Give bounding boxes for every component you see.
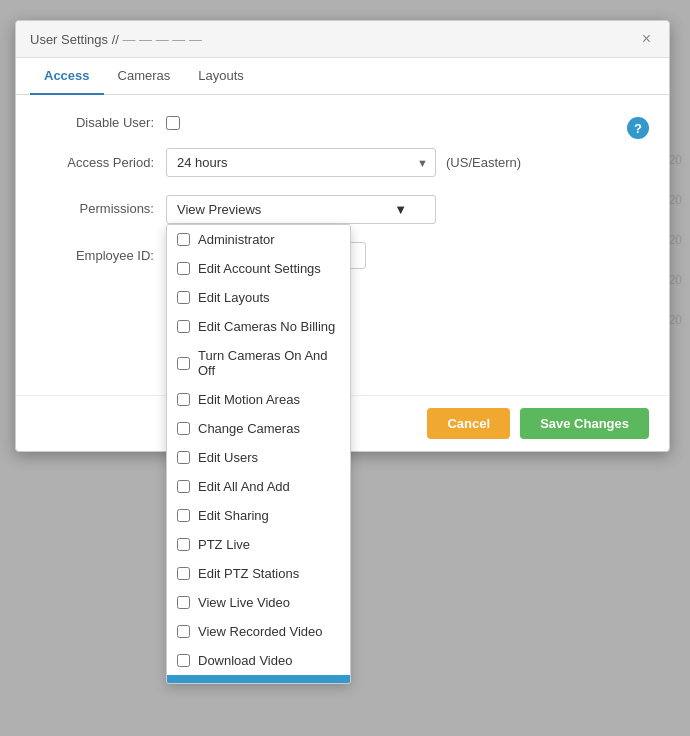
perm-edit-layouts-checkbox[interactable] xyxy=(177,291,190,304)
dialog-username: — — — — — xyxy=(123,32,202,47)
perm-edit-sharing[interactable]: Edit Sharing xyxy=(167,501,350,530)
perm-edit-account-settings[interactable]: Edit Account Settings xyxy=(167,254,350,283)
disable-user-row: Disable User: xyxy=(36,115,649,130)
perm-view-live-video[interactable]: View Live Video xyxy=(167,588,350,617)
access-period-label: Access Period: xyxy=(36,155,166,170)
access-period-row: Access Period: 24 hours 12 hours 8 hours… xyxy=(36,148,649,177)
perm-change-cameras[interactable]: Change Cameras xyxy=(167,414,350,443)
perm-edit-users-checkbox[interactable] xyxy=(177,451,190,464)
dialog-title: User Settings // — — — — — xyxy=(30,32,202,47)
disable-user-checkbox[interactable] xyxy=(166,116,180,130)
perm-edit-motion-areas[interactable]: Edit Motion Areas xyxy=(167,385,350,414)
tab-access[interactable]: Access xyxy=(30,58,104,95)
save-button[interactable]: Save Changes xyxy=(520,408,649,439)
perm-edit-all-and-add-checkbox[interactable] xyxy=(177,480,190,493)
permissions-dropdown: Administrator Edit Account Settings Edit… xyxy=(166,224,351,684)
access-period-select[interactable]: 24 hours 12 hours 8 hours 4 hours 2 hour… xyxy=(166,148,436,177)
perm-edit-account-settings-checkbox[interactable] xyxy=(177,262,190,275)
perm-view-previews[interactable]: View Previews xyxy=(167,675,350,684)
side-numbers: 20 20 20 20 20 xyxy=(669,140,682,340)
perm-view-recorded-video[interactable]: View Recorded Video xyxy=(167,617,350,646)
perm-download-video[interactable]: Download Video xyxy=(167,646,350,675)
disable-user-label: Disable User: xyxy=(36,115,166,130)
perm-view-recorded-video-checkbox[interactable] xyxy=(177,625,190,638)
permissions-select-display[interactable]: View Previews ▼ xyxy=(166,195,436,224)
perm-administrator-checkbox[interactable] xyxy=(177,233,190,246)
permissions-wrapper: View Previews ▼ Administrator Edit Accou… xyxy=(166,195,436,224)
cancel-button[interactable]: Cancel xyxy=(427,408,510,439)
perm-ptz-live[interactable]: PTZ Live xyxy=(167,530,350,559)
employee-id-label: Employee ID: xyxy=(36,248,166,263)
tab-content: ? Disable User: Access Period: 24 hours … xyxy=(16,95,669,395)
permissions-arrow-icon: ▼ xyxy=(394,202,407,217)
dialog-title-text: User Settings // xyxy=(30,32,119,47)
perm-edit-ptz-stations-checkbox[interactable] xyxy=(177,567,190,580)
tab-cameras[interactable]: Cameras xyxy=(104,58,185,95)
perm-download-video-checkbox[interactable] xyxy=(177,654,190,667)
dialog-header: User Settings // — — — — — × xyxy=(16,21,669,58)
perm-view-previews-checkbox[interactable] xyxy=(177,683,190,684)
permissions-value-text: View Previews xyxy=(177,202,261,217)
perm-edit-ptz-stations[interactable]: Edit PTZ Stations xyxy=(167,559,350,588)
tab-bar: Access Cameras Layouts xyxy=(16,58,669,95)
dialog: User Settings // — — — — — × Access Came… xyxy=(15,20,670,452)
help-icon[interactable]: ? xyxy=(627,117,649,139)
perm-change-cameras-checkbox[interactable] xyxy=(177,422,190,435)
access-period-select-wrapper: 24 hours 12 hours 8 hours 4 hours 2 hour… xyxy=(166,148,436,177)
perm-edit-sharing-checkbox[interactable] xyxy=(177,509,190,522)
perm-ptz-live-checkbox[interactable] xyxy=(177,538,190,551)
perm-edit-cameras-no-billing[interactable]: Edit Cameras No Billing xyxy=(167,312,350,341)
permissions-row: Permissions: View Previews ▼ Administrat… xyxy=(36,195,649,224)
perm-edit-all-and-add[interactable]: Edit All And Add xyxy=(167,472,350,501)
permissions-label: Permissions: xyxy=(36,195,166,216)
perm-edit-layouts[interactable]: Edit Layouts xyxy=(167,283,350,312)
perm-edit-cameras-no-billing-checkbox[interactable] xyxy=(177,320,190,333)
perm-view-live-video-checkbox[interactable] xyxy=(177,596,190,609)
perm-turn-cameras-on-off[interactable]: Turn Cameras On And Off xyxy=(167,341,350,385)
timezone-label: (US/Eastern) xyxy=(446,155,521,170)
perm-turn-cameras-on-off-checkbox[interactable] xyxy=(177,357,190,370)
perm-edit-users[interactable]: Edit Users xyxy=(167,443,350,472)
tab-layouts[interactable]: Layouts xyxy=(184,58,258,95)
perm-edit-motion-areas-checkbox[interactable] xyxy=(177,393,190,406)
close-button[interactable]: × xyxy=(638,31,655,47)
perm-administrator[interactable]: Administrator xyxy=(167,225,350,254)
